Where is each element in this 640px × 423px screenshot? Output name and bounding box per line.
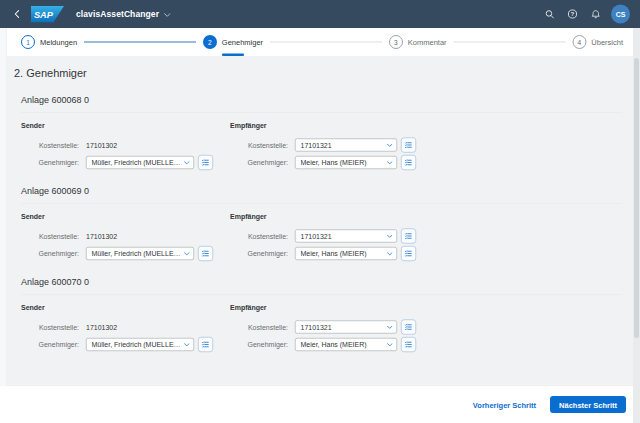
help-button[interactable]: ?	[564, 6, 581, 23]
screen: SAP clavisAssetChanger ?	[0, 0, 640, 423]
group-label-empfaenger: Empfänger	[230, 122, 416, 130]
kostenstelle-value: 17101302	[86, 141, 117, 149]
step-connector	[454, 42, 566, 43]
value-help-icon	[405, 323, 413, 331]
step-connector	[270, 42, 382, 43]
sender-genehmiger-select[interactable]: Müller, Friedrich (MUELLE…	[86, 338, 194, 351]
step-number-badge: 2	[203, 35, 217, 49]
vertical-scrollbar[interactable]	[633, 28, 640, 423]
chevron-down-icon	[387, 234, 393, 238]
svg-text:SAP: SAP	[34, 10, 54, 20]
select-value: 17101321	[301, 232, 385, 240]
kostenstelle-label: Kostenstelle:	[21, 141, 79, 149]
group-label-sender: Sender	[21, 122, 230, 130]
value-help-button[interactable]	[198, 155, 213, 170]
kostenstelle-row: Kostenstelle: 17101321	[230, 320, 416, 335]
value-help-icon	[405, 141, 413, 149]
select-value: Meier, Hans (MEIER)	[301, 250, 385, 258]
shell-actions: ? CS	[535, 5, 630, 24]
empfaenger-group: Empfänger Kostenstelle: 17101321	[230, 213, 416, 264]
genehmiger-row: Genehmiger: Müller, Friedrich (MUELLE…	[21, 155, 230, 170]
value-help-button[interactable]	[198, 337, 213, 352]
notifications-button[interactable]	[587, 6, 604, 23]
chevron-left-icon	[13, 10, 22, 19]
empfaenger-genehmiger-select[interactable]: Meier, Hans (MEIER)	[295, 156, 397, 169]
wizard-content: 2. Genehmiger Anlage 600068 0 Sender Kos…	[0, 57, 640, 386]
value-help-button[interactable]	[198, 246, 213, 261]
chevron-down-icon	[387, 325, 393, 329]
value-help-button[interactable]	[401, 246, 416, 261]
app-window: SAP clavisAssetChanger ?	[0, 0, 640, 423]
kostenstelle-row: Kostenstelle: 17101321	[230, 229, 416, 244]
value-help-button[interactable]	[401, 155, 416, 170]
bell-icon	[591, 9, 601, 19]
step-label: Meldungen	[40, 38, 77, 47]
value-help-icon	[405, 159, 413, 167]
sender-genehmiger-select[interactable]: Müller, Friedrich (MUELLE…	[86, 156, 194, 169]
section-divider	[21, 203, 622, 204]
genehmiger-label: Genehmiger:	[21, 159, 79, 167]
value-help-icon	[405, 232, 413, 240]
chevron-down-icon	[387, 343, 393, 347]
next-step-button[interactable]: Nächster Schritt	[550, 396, 626, 413]
empfaenger-kostenstelle-select[interactable]: 17101321	[295, 321, 397, 334]
step-number-badge: 3	[389, 35, 403, 49]
genehmiger-row: Genehmiger: Müller, Friedrich (MUELLE…	[21, 337, 230, 352]
section-title: Anlage 600069 0	[21, 186, 622, 197]
back-button[interactable]	[10, 7, 25, 22]
select-value: Meier, Hans (MEIER)	[301, 159, 385, 167]
sap-logo-icon: SAP	[31, 6, 64, 23]
value-help-button[interactable]	[401, 337, 416, 352]
chevron-down-icon	[184, 252, 190, 256]
value-help-button[interactable]	[401, 229, 416, 244]
shell-bar: SAP clavisAssetChanger ?	[0, 0, 640, 28]
empfaenger-kostenstelle-select[interactable]: 17101321	[295, 230, 397, 243]
chevron-down-icon	[184, 343, 190, 347]
search-button[interactable]	[541, 6, 558, 23]
genehmiger-label: Genehmiger:	[21, 250, 79, 258]
search-icon	[545, 9, 555, 19]
kostenstelle-label: Kostenstelle:	[21, 323, 79, 331]
page-title: 2. Genehmiger	[14, 67, 622, 80]
wizard-progress-bar: 1 Meldungen 2 Genehmiger 3 Kommentar 4 Ü…	[0, 28, 640, 57]
scrollbar-thumb[interactable]	[634, 58, 639, 338]
empfaenger-genehmiger-select[interactable]: Meier, Hans (MEIER)	[295, 338, 397, 351]
empfaenger-genehmiger-select[interactable]: Meier, Hans (MEIER)	[295, 247, 397, 260]
kostenstelle-label: Kostenstelle:	[230, 323, 288, 331]
sap-logo: SAP	[31, 6, 64, 23]
section-divider	[21, 294, 622, 295]
avatar-initials: CS	[616, 10, 626, 18]
select-value: 17101321	[301, 323, 385, 331]
kostenstelle-value: 17101302	[86, 323, 117, 331]
sender-genehmiger-select[interactable]: Müller, Friedrich (MUELLE…	[86, 247, 194, 260]
value-help-icon	[202, 250, 210, 258]
empfaenger-kostenstelle-select[interactable]: 17101321	[295, 139, 397, 152]
group-label-sender: Sender	[21, 213, 230, 221]
anlage-section-600068: Anlage 600068 0 Sender Kostenstelle: 171…	[14, 95, 622, 173]
select-value: Müller, Friedrich (MUELLE…	[92, 159, 182, 167]
empfaenger-group: Empfänger Kostenstelle: 17101321	[230, 304, 416, 355]
step-number-badge: 4	[572, 35, 586, 49]
step-label: Kommentar	[408, 38, 447, 47]
chevron-down-icon	[387, 161, 393, 165]
kostenstelle-row: Kostenstelle: 17101302	[21, 138, 230, 153]
previous-step-button[interactable]: Vorheriger Schritt	[470, 400, 539, 410]
section-title: Anlage 600070 0	[21, 277, 622, 288]
group-label-sender: Sender	[21, 304, 230, 312]
wizard-step-meldungen[interactable]: 1 Meldungen	[21, 28, 77, 56]
kostenstelle-value: 17101302	[86, 232, 117, 240]
app-title-menu[interactable]: clavisAssetChanger	[76, 9, 171, 19]
wizard-step-genehmiger[interactable]: 2 Genehmiger	[203, 28, 263, 56]
section-divider	[21, 112, 622, 113]
kostenstelle-label: Kostenstelle:	[230, 141, 288, 149]
wizard-step-uebersicht[interactable]: 4 Übersicht	[572, 28, 623, 56]
value-help-button[interactable]	[401, 138, 416, 153]
genehmiger-row: Genehmiger: Meier, Hans (MEIER)	[230, 246, 416, 261]
wizard-step-kommentar[interactable]: 3 Kommentar	[389, 28, 447, 56]
value-help-button[interactable]	[401, 320, 416, 335]
chevron-down-icon	[164, 13, 171, 17]
user-avatar[interactable]: CS	[611, 5, 630, 24]
help-icon: ?	[568, 9, 578, 19]
value-help-icon	[405, 341, 413, 349]
genehmiger-row: Genehmiger: Meier, Hans (MEIER)	[230, 337, 416, 352]
